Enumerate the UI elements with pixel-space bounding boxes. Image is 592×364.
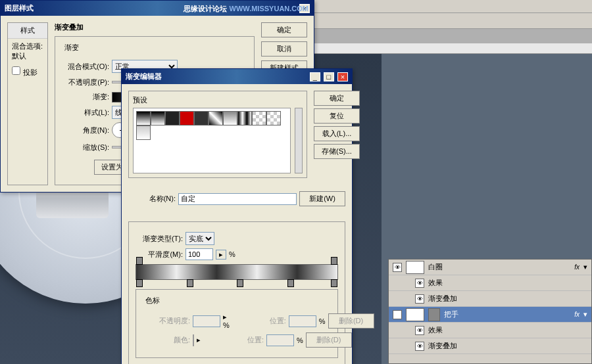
delete-stop-button: 删除(D) <box>328 313 374 329</box>
delete-stop-button-2: 删除(D) <box>306 332 352 348</box>
color-stop[interactable] <box>136 279 143 287</box>
style-list: 样式 混合选项:默认 投影 <box>7 22 48 185</box>
opacity-label: 不透明度(P): <box>62 78 109 87</box>
drop-shadow-item[interactable]: 投影 <box>8 64 47 80</box>
stop-position-label: 位置: <box>239 316 286 326</box>
stop-position-label-2: 位置: <box>216 335 264 345</box>
smooth-spinner-icon[interactable]: ▸ <box>216 250 226 260</box>
preset-swatch[interactable] <box>223 111 237 125</box>
visibility-icon[interactable]: 👁 <box>415 294 424 304</box>
preset-swatch[interactable] <box>209 111 223 125</box>
layer-effect-row[interactable]: 👁 渐变叠加 <box>389 338 591 354</box>
blend-mode-label: 混合模式(O): <box>62 62 109 72</box>
minimize-icon[interactable]: _ <box>310 72 320 81</box>
layer-name: 效果 <box>428 278 443 288</box>
ge-new-button[interactable]: 新建(W) <box>299 191 345 206</box>
layer-name: 渐变叠加 <box>428 341 457 351</box>
gradient-bar[interactable] <box>136 264 338 280</box>
type-label: 渐变类型(T): <box>136 234 183 244</box>
drop-shadow-checkbox[interactable] <box>12 66 20 75</box>
name-label: 名称(N): <box>128 194 176 204</box>
layers-panel: 👁 白圈 fx▾ 👁 效果 👁 渐变叠加 👁 把手 fx▾ 👁 效果 👁 渐变叠… <box>388 259 592 364</box>
preset-swatch[interactable] <box>151 111 165 125</box>
close-icon[interactable]: × <box>337 72 348 81</box>
color-stop[interactable] <box>187 279 193 287</box>
preset-scrollbar[interactable] <box>295 108 303 173</box>
ok-button[interactable]: 确定 <box>261 22 307 37</box>
smooth-input[interactable] <box>185 248 213 260</box>
scale-label: 缩放(S): <box>62 143 109 152</box>
gradient-label: 渐变: <box>62 92 109 102</box>
color-stop[interactable] <box>331 279 337 287</box>
stop-position-input <box>289 315 316 327</box>
watermark: 思缘设计论坛 WWW.MISSYUAN.COM <box>184 4 308 14</box>
preset-swatch[interactable] <box>237 111 252 125</box>
ge-load-button[interactable]: 载入(L)... <box>314 126 360 141</box>
maximize-icon[interactable]: □ <box>324 72 334 81</box>
gradient-legend: 渐变 <box>62 43 82 53</box>
preset-swatch[interactable] <box>136 125 151 140</box>
presets-label: 预设 <box>133 95 303 105</box>
visibility-icon[interactable]: 👁 <box>415 342 424 351</box>
preset-swatch[interactable] <box>252 111 266 125</box>
angle-label: 角度(N): <box>62 125 109 135</box>
preset-swatch[interactable] <box>194 111 209 125</box>
preset-grid[interactable] <box>133 108 291 173</box>
stop-opacity-label: 不透明度: <box>143 316 190 326</box>
cancel-button[interactable]: 取消 <box>261 41 307 57</box>
layer-effect-row[interactable]: 👁 效果 <box>389 275 591 291</box>
stop-color-label: 颜色: <box>143 335 190 345</box>
fx-badge[interactable]: fx <box>574 311 580 318</box>
layer-thumb[interactable] <box>406 308 424 321</box>
visibility-icon[interactable]: 👁 <box>393 263 402 272</box>
preset-swatch[interactable] <box>266 111 281 125</box>
chevron-down-icon[interactable]: ▾ <box>583 263 587 271</box>
mask-thumb[interactable] <box>428 308 440 321</box>
layer-name: 渐变叠加 <box>428 294 457 304</box>
stop-opacity-input <box>193 315 220 327</box>
style-list-header: 样式 <box>8 23 47 39</box>
section-title: 渐变叠加 <box>55 22 255 32</box>
gradient-editor-titlebar[interactable]: 渐变编辑器 _ □ × <box>122 69 352 84</box>
opacity-stop[interactable] <box>136 257 143 265</box>
layer-name[interactable]: 把手 <box>444 309 458 319</box>
visibility-icon[interactable]: 👁 <box>393 310 402 319</box>
preset-swatch[interactable] <box>180 111 194 125</box>
color-stop[interactable] <box>237 279 243 287</box>
ge-save-button[interactable]: 存储(S)... <box>314 144 360 159</box>
preset-swatch[interactable] <box>165 111 180 125</box>
layer-effect-row[interactable]: 👁 渐变叠加 <box>389 291 591 307</box>
preset-swatch[interactable] <box>136 111 151 125</box>
name-input[interactable] <box>178 193 297 205</box>
ge-ok-button[interactable]: 确定 <box>314 91 360 106</box>
type-select[interactable]: 实底 <box>185 232 214 245</box>
layer-effect-row[interactable]: 👁 效果 <box>389 323 591 338</box>
layer-name: 效果 <box>428 325 443 335</box>
opacity-stop[interactable] <box>331 257 337 265</box>
stop-position-input-2 <box>266 334 294 346</box>
fx-badge[interactable]: fx <box>574 263 580 271</box>
ge-reset-button[interactable]: 复位 <box>314 108 360 124</box>
stop-color-swatch <box>193 334 194 346</box>
visibility-icon[interactable]: 👁 <box>415 326 424 335</box>
chevron-down-icon[interactable]: ▾ <box>583 310 587 319</box>
layer-name[interactable]: 白圈 <box>428 262 443 272</box>
gradient-editor-dialog: 渐变编辑器 _ □ × 预设 <box>121 68 353 364</box>
layer-style-titlebar[interactable]: 图层样式 思缘设计论坛 WWW.MISSYUAN.COM × <box>1 1 314 16</box>
visibility-icon[interactable]: 👁 <box>415 279 424 288</box>
layer-row[interactable]: 👁 白圈 fx▾ <box>389 260 591 275</box>
layer-thumb[interactable] <box>406 261 424 274</box>
blend-options-item[interactable]: 混合选项:默认 <box>8 39 47 64</box>
stops-legend: 色标 <box>143 296 162 306</box>
style-label: 样式(L): <box>62 108 109 118</box>
layer-row-selected[interactable]: 👁 把手 fx▾ <box>389 307 591 323</box>
color-stop[interactable] <box>287 279 294 287</box>
